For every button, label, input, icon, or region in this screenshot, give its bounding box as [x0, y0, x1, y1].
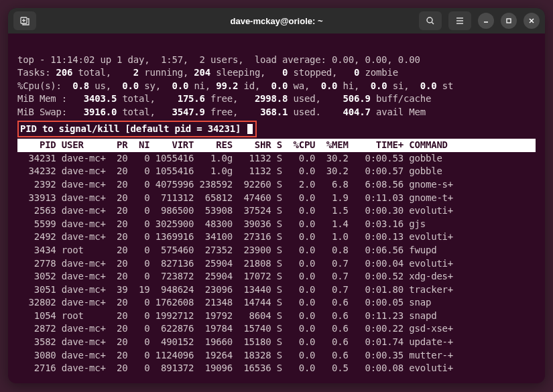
minimize-button[interactable]: [478, 13, 494, 29]
process-row: 2392 dave-mc+ 20 0 4075996 238592 92260 …: [17, 178, 536, 192]
svg-rect-7: [507, 19, 511, 23]
svg-point-1: [427, 17, 432, 23]
process-row: 34232 dave-mc+ 20 0 1055416 1.0g 1132 S …: [17, 165, 536, 178]
summary-line-swap: MiB Swap: 3916.0 total, 3547.9 free, 368…: [17, 107, 426, 117]
process-row: 2563 dave-mc+ 20 0 986500 53908 37524 S …: [17, 204, 536, 218]
process-row: 3051 dave-mc+ 39 19 948624 23096 13440 S…: [17, 283, 536, 297]
new-tab-button[interactable]: [13, 11, 36, 30]
titlebar-left-controls: [13, 11, 36, 30]
minimize-icon: [483, 17, 489, 24]
process-row: 5599 dave-mc+ 20 0 3025900 48300 39036 S…: [17, 218, 536, 231]
process-row: 34231 dave-mc+ 20 0 1055416 1.0g 1132 S …: [17, 152, 536, 166]
maximize-button[interactable]: [501, 13, 517, 29]
window-title: dave-mckay@oriole: ~: [230, 16, 322, 26]
terminal-content[interactable]: top - 11:14:02 up 1 day, 1:57, 2 users, …: [8, 34, 545, 382]
process-row: 33913 dave-mc+ 20 0 711312 65812 47460 S…: [17, 192, 536, 205]
svg-line-2: [432, 22, 434, 24]
search-button[interactable]: [419, 11, 442, 30]
process-row: 2778 dave-mc+ 20 0 827136 25904 21808 S …: [17, 257, 536, 271]
process-row: 3434 root 20 0 575460 27352 23900 S 0.0 …: [17, 244, 536, 257]
summary-line-tasks: Tasks: 206 total, 2 running, 204 sleepin…: [17, 67, 398, 78]
search-icon: [426, 16, 435, 25]
summary-line-uptime: top - 11:14:02 up 1 day, 1:57, 2 users, …: [17, 54, 420, 65]
process-header: PID USER PR NI VIRT RES SHR S %CPU %MEM …: [17, 139, 536, 152]
process-row: 2492 dave-mc+ 20 0 1369916 34100 27316 S…: [17, 231, 536, 244]
process-row: 3080 dave-mc+ 20 0 1124096 19264 18328 S…: [17, 349, 536, 363]
hamburger-menu-button[interactable]: [448, 11, 471, 30]
cursor: [247, 124, 253, 134]
summary-line-cpu: %Cpu(s): 0.8 us, 0.0 sy, 0.0 ni, 99.2 id…: [17, 80, 453, 91]
top-summary: top - 11:14:02 up 1 day, 1:57, 2 users, …: [17, 40, 536, 119]
process-row: 32802 dave-mc+ 20 0 1762608 21348 14744 …: [17, 296, 536, 310]
process-row: 3582 dave-mc+ 20 0 490152 19660 15180 S …: [17, 336, 536, 349]
titlebar-right-controls: [419, 11, 540, 30]
close-icon: [528, 17, 535, 24]
titlebar: dave-mckay@oriole: ~: [8, 8, 545, 34]
new-tab-icon: [19, 15, 30, 26]
process-row: 1054 root 20 0 1992712 19792 8604 S 0.0 …: [17, 310, 536, 323]
process-row: 2872 dave-mc+ 20 0 622876 19784 15740 S …: [17, 322, 536, 336]
process-row: 2716 dave-mc+ 20 0 891372 19096 16536 S …: [17, 362, 536, 375]
close-button[interactable]: [524, 13, 540, 29]
kill-prompt[interactable]: PID to signal/kill [default pid = 34231]: [17, 121, 257, 138]
process-row: 3052 dave-mc+ 20 0 723872 25904 17072 S …: [17, 270, 536, 283]
terminal-window: dave-mckay@oriole: ~: [8, 8, 545, 383]
kill-prompt-row: PID to signal/kill [default pid = 34231]: [17, 119, 536, 138]
maximize-icon: [505, 17, 512, 24]
hamburger-icon: [455, 16, 465, 25]
summary-line-mem: MiB Mem : 3403.5 total, 175.6 free, 2998…: [17, 93, 431, 104]
process-table: 34231 dave-mc+ 20 0 1055416 1.0g 1132 S …: [17, 152, 536, 375]
